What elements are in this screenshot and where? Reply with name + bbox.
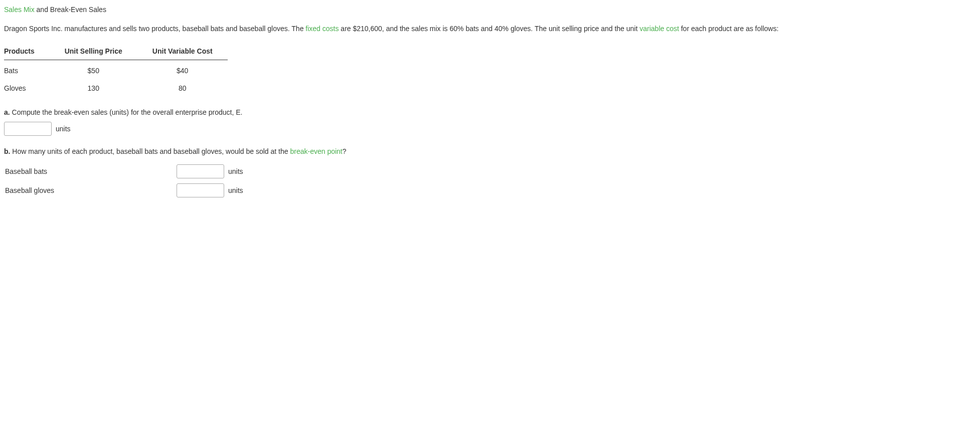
product-name: Gloves — [4, 80, 50, 97]
intro-paragraph: Dragon Sports Inc. manufactures and sell… — [4, 23, 976, 34]
product-cost: 80 — [137, 80, 228, 97]
answer-b-bats-input[interactable] — [177, 164, 224, 178]
intro-part1: Dragon Sports Inc. manufactures and sell… — [4, 25, 305, 33]
title-rest: and Break-Even Sales — [35, 6, 106, 14]
product-cost: $40 — [137, 60, 228, 80]
product-price: 130 — [50, 80, 137, 97]
question-b: b. How many units of each product, baseb… — [4, 146, 976, 157]
answer-a-row: units — [4, 122, 976, 136]
answer-b-gloves-input[interactable] — [177, 183, 224, 197]
answer-b-row: Baseball bats units — [5, 162, 243, 180]
intro-part3: for each product are as follows: — [679, 25, 778, 33]
page-title: Sales Mix and Break-Even Sales — [4, 4, 976, 15]
answer-b-label: Baseball bats — [5, 162, 176, 180]
products-table: Products Unit Selling Price Unit Variabl… — [4, 43, 228, 97]
header-price: Unit Selling Price — [50, 43, 137, 60]
product-name: Bats — [4, 60, 50, 80]
question-a: a. Compute the break-even sales (units) … — [4, 107, 976, 118]
question-a-text: Compute the break-even sales (units) for… — [10, 108, 243, 116]
units-label: units — [56, 123, 71, 134]
units-label: units — [228, 167, 243, 175]
break-even-link[interactable]: break-even point — [290, 147, 342, 155]
header-cost: Unit Variable Cost — [137, 43, 228, 60]
answer-a-input[interactable] — [4, 122, 52, 136]
intro-part2: are $210,600, and the sales mix is 60% b… — [339, 25, 639, 33]
answers-b-table: Baseball bats units Baseball gloves unit… — [4, 161, 244, 200]
answer-b-row: Baseball gloves units — [5, 181, 243, 199]
question-b-text2: ? — [343, 147, 347, 155]
table-row: Bats $50 $40 — [4, 60, 228, 80]
fixed-costs-link[interactable]: fixed costs — [305, 25, 339, 33]
question-b-text1: How many units of each product, baseball… — [10, 147, 290, 155]
units-label: units — [228, 186, 243, 194]
answer-b-label: Baseball gloves — [5, 181, 176, 199]
product-price: $50 — [50, 60, 137, 80]
question-b-label: b. — [4, 147, 10, 155]
title-link[interactable]: Sales Mix — [4, 6, 35, 14]
header-products: Products — [4, 43, 50, 60]
question-a-label: a. — [4, 108, 10, 116]
table-row: Gloves 130 80 — [4, 80, 228, 97]
variable-cost-link[interactable]: variable cost — [639, 25, 679, 33]
